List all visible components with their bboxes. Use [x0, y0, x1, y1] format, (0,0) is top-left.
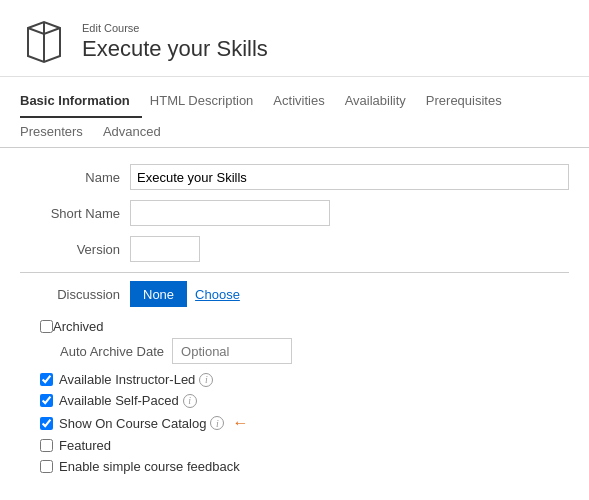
name-label: Name: [20, 170, 130, 185]
discussion-label: Discussion: [20, 287, 130, 302]
available-instructor-led-row: Available Instructor-Led i: [20, 372, 569, 387]
featured-row: Featured: [20, 438, 569, 453]
discussion-none-button[interactable]: None: [130, 281, 187, 307]
tab-basic-information[interactable]: Basic Information: [20, 87, 142, 118]
show-on-course-catalog-label: Show On Course Catalog: [59, 416, 206, 431]
header-text: Edit Course Execute your Skills: [82, 22, 268, 62]
tab-presenters[interactable]: Presenters: [20, 118, 95, 147]
available-self-paced-label: Available Self-Paced: [59, 393, 179, 408]
show-on-course-catalog-info-icon[interactable]: i: [210, 416, 224, 430]
edit-label: Edit Course: [82, 22, 268, 34]
form-area: Name Short Name Version Discussion None …: [0, 148, 589, 490]
enable-simple-feedback-row: Enable simple course feedback: [20, 459, 569, 474]
arrow-indicator: ←: [232, 414, 248, 432]
divider-1: [20, 272, 569, 273]
page-header: Edit Course Execute your Skills: [0, 0, 589, 77]
discussion-choose-button[interactable]: Choose: [187, 281, 248, 307]
tab-advanced[interactable]: Advanced: [103, 118, 173, 147]
featured-label: Featured: [59, 438, 111, 453]
enable-simple-feedback-label: Enable simple course feedback: [59, 459, 240, 474]
version-input[interactable]: [130, 236, 200, 262]
available-instructor-led-label: Available Instructor-Led: [59, 372, 195, 387]
available-instructor-led-checkbox[interactable]: [40, 373, 53, 386]
nav-tabs: Basic Information HTML Description Activ…: [0, 77, 589, 148]
discussion-row: Discussion None Choose: [20, 281, 569, 307]
auto-archive-date-input[interactable]: [172, 338, 292, 364]
auto-archive-date-label: Auto Archive Date: [60, 344, 164, 359]
available-self-paced-row: Available Self-Paced i: [20, 393, 569, 408]
archived-label: Archived: [53, 319, 104, 334]
featured-checkbox[interactable]: [40, 439, 53, 452]
version-label: Version: [20, 242, 130, 257]
short-name-input[interactable]: [130, 200, 330, 226]
tab-prerequisites[interactable]: Prerequisites: [426, 87, 514, 118]
show-on-course-catalog-row: Show On Course Catalog i ←: [20, 414, 569, 432]
course-title: Execute your Skills: [82, 36, 268, 62]
short-name-label: Short Name: [20, 206, 130, 221]
available-self-paced-checkbox[interactable]: [40, 394, 53, 407]
auto-archive-row: Auto Archive Date: [20, 338, 569, 364]
archived-checkbox[interactable]: [40, 320, 53, 333]
available-self-paced-info-icon[interactable]: i: [183, 394, 197, 408]
name-row: Name: [20, 164, 569, 190]
tab-html-description[interactable]: HTML Description: [150, 87, 266, 118]
enable-simple-feedback-checkbox[interactable]: [40, 460, 53, 473]
name-input[interactable]: [130, 164, 569, 190]
book-icon: [20, 18, 68, 66]
version-row: Version: [20, 236, 569, 262]
tab-availability[interactable]: Availability: [345, 87, 418, 118]
tab-activities[interactable]: Activities: [273, 87, 336, 118]
available-instructor-led-info-icon[interactable]: i: [199, 373, 213, 387]
short-name-row: Short Name: [20, 200, 569, 226]
show-on-course-catalog-checkbox[interactable]: [40, 417, 53, 430]
archived-row: Archived: [20, 319, 569, 334]
